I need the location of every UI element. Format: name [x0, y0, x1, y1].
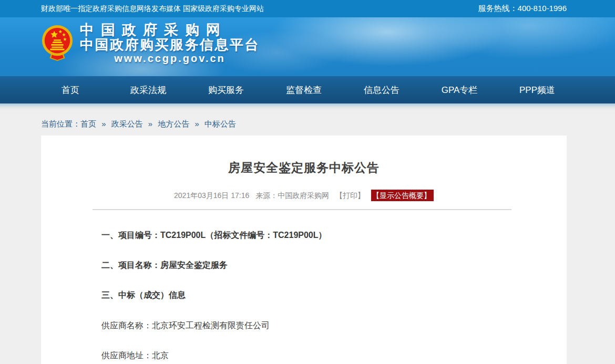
- breadcrumb-home[interactable]: 首页: [80, 119, 96, 128]
- breadcrumb-procurement-announcements[interactable]: 政采公告: [111, 119, 143, 128]
- topbar: 财政部唯一指定政府采购信息网络发布媒体 国家级政府采购专业网站 服务热线：400…: [0, 0, 615, 17]
- national-emblem-icon: [41, 25, 74, 61]
- nav-item-announcements[interactable]: 信息公告: [343, 76, 421, 103]
- main-nav: 首页 政采法规 购买服务 监督检查 信息公告 GPA专栏 PPP频道: [0, 76, 615, 103]
- paragraph-project-name: 二、项目名称：房屋安全鉴定服务: [101, 260, 506, 270]
- site-url: www.ccgp.gov.cn: [80, 53, 260, 64]
- site-logo-link[interactable]: 中国政府采购网 中国政府购买服务信息平台 www.ccgp.gov.cn: [41, 23, 260, 64]
- show-summary-button[interactable]: 【显示公告概要】: [371, 190, 434, 201]
- breadcrumb-prefix: 当前位置：: [41, 119, 80, 128]
- paragraph-supplier-address: 供应商地址：北京: [101, 350, 506, 360]
- topbar-slogan: 财政部唯一指定政府采购信息网络发布媒体 国家级政府采购专业网站: [41, 4, 264, 14]
- nav-item-supervision[interactable]: 监督检查: [265, 76, 343, 103]
- print-button[interactable]: 【打印】: [335, 191, 365, 200]
- announcement-card: 房屋安全鉴定服务中标公告 2021年03月16日 17:16 来源：中国政府采购…: [41, 136, 567, 364]
- source-label: 来源：中国政府采购网: [255, 191, 329, 200]
- nav-item-ppp[interactable]: PPP频道: [498, 76, 576, 103]
- paragraph-supplier-name: 供应商名称：北京环安工程检测有限责任公司: [101, 320, 506, 330]
- announcement-meta: 2021年03月16日 17:16 来源：中国政府采购网 【打印】 【显示公告概…: [41, 191, 567, 201]
- paragraph-project-number: 一、项目编号：TC219P00L（招标文件编号：TC219P00L）: [101, 230, 506, 240]
- publish-date: 2021年03月16日 17:16: [174, 191, 249, 200]
- nav-item-home[interactable]: 首页: [32, 76, 109, 103]
- page: 财政部唯一指定政府采购信息网络发布媒体 国家级政府采购专业网站 服务热线：400…: [0, 0, 615, 364]
- site-banner: 中国政府采购网 中国政府购买服务信息平台 www.ccgp.gov.cn: [0, 17, 615, 76]
- divider: [93, 209, 511, 210]
- site-subtitle: 中国政府购买服务信息平台: [80, 38, 260, 53]
- service-hotline: 服务热线：400-810-1996: [478, 4, 567, 14]
- nav-item-purchase-services[interactable]: 购买服务: [187, 76, 265, 103]
- site-logo-text: 中国政府采购网 中国政府购买服务信息平台 www.ccgp.gov.cn: [80, 23, 260, 64]
- announcement-title: 房屋安全鉴定服务中标公告: [41, 160, 567, 176]
- breadcrumb-award-announcements[interactable]: 中标公告: [204, 119, 236, 128]
- breadcrumb-separator: »: [148, 119, 152, 128]
- announcement-body: 一、项目编号：TC219P00L（招标文件编号：TC219P00L） 二、项目名…: [41, 230, 567, 360]
- breadcrumb-separator: »: [195, 119, 199, 128]
- paragraph-award-info-heading: 三、中标（成交）信息: [101, 290, 506, 300]
- breadcrumb-local-announcements[interactable]: 地方公告: [158, 119, 189, 128]
- breadcrumb: 当前位置：首页 » 政采公告 » 地方公告 » 中标公告: [0, 110, 615, 136]
- nav-item-gpa[interactable]: GPA专栏: [421, 76, 498, 103]
- breadcrumb-separator: »: [101, 119, 106, 128]
- site-name: 中国政府采购网: [80, 23, 260, 38]
- nav-item-regulations[interactable]: 政采法规: [109, 76, 187, 103]
- nav-shadow: [0, 103, 615, 110]
